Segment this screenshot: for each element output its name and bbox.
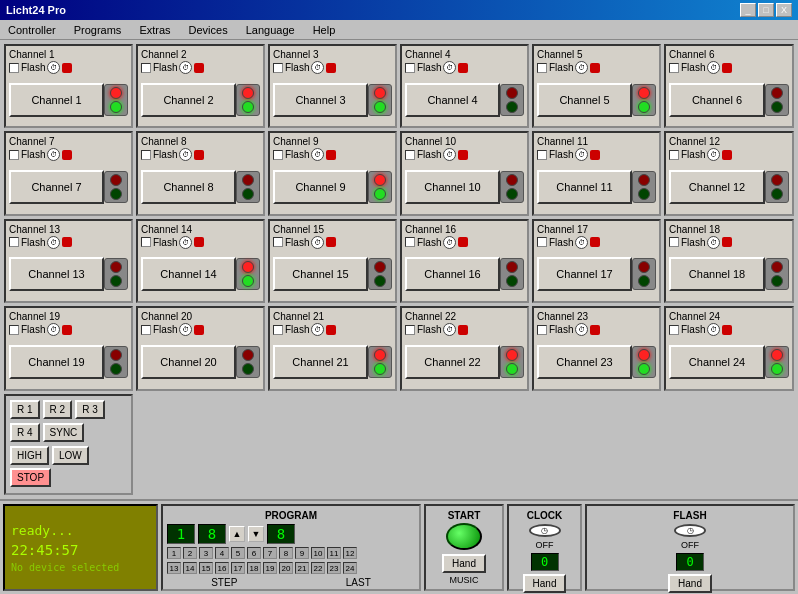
flash-checkbox-21[interactable] [273,325,283,335]
prog-dot-16[interactable]: 16 [215,562,229,574]
channel-name-btn-19[interactable]: Channel 19 [9,345,104,379]
channel-name-btn-22[interactable]: Channel 22 [405,345,500,379]
prog-dot-19[interactable]: 19 [263,562,277,574]
prog-dot-14[interactable]: 14 [183,562,197,574]
channel-name-btn-14[interactable]: Channel 14 [141,257,236,291]
channel-name-btn-23[interactable]: Channel 23 [537,345,632,379]
prog-dot-6[interactable]: 6 [247,547,261,559]
flash-checkbox-11[interactable] [537,150,547,160]
prog-dot-10[interactable]: 10 [311,547,325,559]
channel-name-btn-15[interactable]: Channel 15 [273,257,368,291]
prog-dot-21[interactable]: 21 [295,562,309,574]
prog-dot-13[interactable]: 13 [167,562,181,574]
channel-name-btn-12[interactable]: Channel 12 [669,170,765,204]
prog-dot-15[interactable]: 15 [199,562,213,574]
channel-name-btn-13[interactable]: Channel 13 [9,257,104,291]
prog-dot-12[interactable]: 12 [343,547,357,559]
clock-hand-btn[interactable]: Hand [523,574,567,593]
flash-checkbox-9[interactable] [273,150,283,160]
r-btn-low[interactable]: LOW [52,446,89,465]
start-hand-btn[interactable]: Hand [442,554,486,573]
program-up-btn[interactable]: ▲ [229,526,245,542]
flash-checkbox-20[interactable] [141,325,151,335]
flash-checkbox-23[interactable] [537,325,547,335]
flash-checkbox-19[interactable] [9,325,19,335]
flash-checkbox-14[interactable] [141,237,151,247]
channel-name-btn-7[interactable]: Channel 7 [9,170,104,204]
prog-dot-24[interactable]: 24 [343,562,357,574]
prog-dot-23[interactable]: 23 [327,562,341,574]
flash-checkbox-24[interactable] [669,325,679,335]
program-panel: PROGRAM 1 8 ▲ ▼ 8 123456789101112 131415… [161,504,421,591]
channel-name-btn-10[interactable]: Channel 10 [405,170,500,204]
flash-checkbox-3[interactable] [273,63,283,73]
channel-name-btn-16[interactable]: Channel 16 [405,257,500,291]
channel-name-btn-17[interactable]: Channel 17 [537,257,632,291]
flash-checkbox-2[interactable] [141,63,151,73]
channel-name-btn-21[interactable]: Channel 21 [273,345,368,379]
flash-checkbox-8[interactable] [141,150,151,160]
channel-name-btn-3[interactable]: Channel 3 [273,83,368,117]
r-btn-r 4[interactable]: R 4 [10,423,40,442]
prog-dot-1[interactable]: 1 [167,547,181,559]
flash-checkbox-4[interactable] [405,63,415,73]
channel-name-btn-8[interactable]: Channel 8 [141,170,236,204]
r-btn-r1[interactable]: R 1 [10,400,40,419]
prog-dot-7[interactable]: 7 [263,547,277,559]
flash-checkbox-5[interactable] [537,63,547,73]
flash-checkbox-1[interactable] [9,63,19,73]
flash-checkbox-17[interactable] [537,237,547,247]
prog-dot-18[interactable]: 18 [247,562,261,574]
program-down-btn[interactable]: ▼ [248,526,264,542]
r-btn-stop[interactable]: STOP [10,468,51,487]
flash-checkbox-16[interactable] [405,237,415,247]
prog-dot-11[interactable]: 11 [327,547,341,559]
light-green-18 [771,275,783,287]
light-red-7 [110,174,122,186]
flash-checkbox-18[interactable] [669,237,679,247]
flash-hand-btn[interactable]: Hand [668,574,712,593]
channel-name-btn-2[interactable]: Channel 2 [141,83,236,117]
channel-name-btn-20[interactable]: Channel 20 [141,345,236,379]
menu-language[interactable]: Language [242,23,299,37]
light-green-10 [506,188,518,200]
prog-dot-22[interactable]: 22 [311,562,325,574]
close-button[interactable]: X [776,3,792,17]
r-btn-sync[interactable]: SYNC [43,423,85,442]
prog-dot-4[interactable]: 4 [215,547,229,559]
menu-help[interactable]: Help [309,23,340,37]
flash-checkbox-6[interactable] [669,63,679,73]
channel-name-btn-9[interactable]: Channel 9 [273,170,368,204]
flash-checkbox-22[interactable] [405,325,415,335]
channel-name-btn-24[interactable]: Channel 24 [669,345,765,379]
flash-checkbox-15[interactable] [273,237,283,247]
menu-programs[interactable]: Programs [70,23,126,37]
channel-name-btn-6[interactable]: Channel 6 [669,83,765,117]
channel-name-btn-11[interactable]: Channel 11 [537,170,632,204]
prog-dot-9[interactable]: 9 [295,547,309,559]
menu-devices[interactable]: Devices [185,23,232,37]
r-btn-high[interactable]: HIGH [10,446,49,465]
r-btn-r2[interactable]: R 2 [43,400,73,419]
prog-dot-17[interactable]: 17 [231,562,245,574]
maximize-button[interactable]: □ [758,3,774,17]
prog-dot-8[interactable]: 8 [279,547,293,559]
minimize-button[interactable]: _ [740,3,756,17]
flash-checkbox-12[interactable] [669,150,679,160]
start-green-btn[interactable] [446,523,482,550]
flash-checkbox-13[interactable] [9,237,19,247]
prog-dot-3[interactable]: 3 [199,547,213,559]
prog-dot-20[interactable]: 20 [279,562,293,574]
flash-checkbox-10[interactable] [405,150,415,160]
r-btn-r3[interactable]: R 3 [75,400,105,419]
channel-name-btn-5[interactable]: Channel 5 [537,83,632,117]
channel-name-btn-18[interactable]: Channel 18 [669,257,765,291]
flash-checkbox-7[interactable] [9,150,19,160]
channel-name-btn-1[interactable]: Channel 1 [9,83,104,117]
channel-name-btn-4[interactable]: Channel 4 [405,83,500,117]
menu-controller[interactable]: Controller [4,23,60,37]
program-label: PROGRAM [167,510,415,521]
prog-dot-2[interactable]: 2 [183,547,197,559]
menu-extras[interactable]: Extras [135,23,174,37]
prog-dot-5[interactable]: 5 [231,547,245,559]
